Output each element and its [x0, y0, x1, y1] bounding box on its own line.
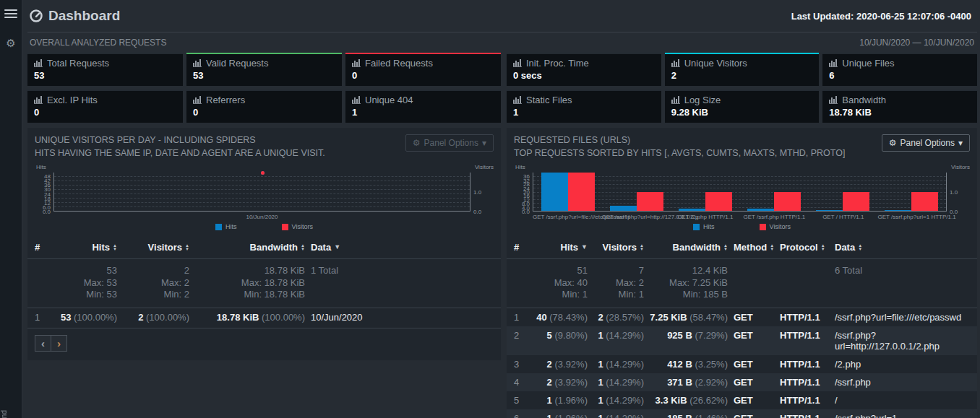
sort-desc-icon: ▼: [334, 244, 340, 251]
pagination-prev-button[interactable]: ‹: [35, 335, 51, 352]
column-header-hits[interactable]: Hits▲▼: [56, 242, 117, 253]
cell-percent: (58.47%): [689, 312, 728, 323]
dashboard-gauge-icon: [29, 9, 43, 23]
stat-tile-label-text: Failed Requests: [365, 58, 433, 69]
panel-subtitle-text: TOP REQUESTS SORTED BY HITS [, AVGTS, CU…: [514, 147, 845, 160]
left-rail: ⚙: [0, 0, 22, 418]
summary-line: Max: 53: [56, 277, 117, 289]
sort-both-icon: ▲▼: [821, 244, 825, 251]
column-header-bandwidth[interactable]: Bandwidth▲▼: [650, 242, 728, 253]
value-cell: 2 (3.92%): [536, 377, 588, 388]
value-cell: 2 (3.92%): [536, 359, 588, 370]
value-cell: 53 (100.00%): [56, 312, 117, 323]
legend-swatch: [282, 224, 288, 230]
column-header-bandwidth[interactable]: Bandwidth▲▼: [195, 242, 305, 253]
method-cell: GET: [734, 330, 774, 341]
protocol-cell: HTTP/1.1: [780, 395, 829, 406]
panel-options-button[interactable]: ⚙ Panel Options ▾: [405, 134, 494, 152]
table-row[interactable]: 42 (3.92%)1 (14.29%)371 B (2.92%)GETHTTP…: [507, 373, 977, 391]
column-header-label: Bandwidth: [673, 242, 721, 253]
panel-subtitle-text: HITS HAVING THE SAME IP, DATE AND AGENT …: [35, 147, 325, 160]
stat-tile-label-text: Referrers: [206, 95, 245, 105]
stat-tile-value: 0: [193, 107, 335, 118]
table-row[interactable]: 25 (9.80%)1 (14.29%)925 B (7.29%)GETHTTP…: [507, 326, 977, 355]
sort-desc-icon: ▼: [581, 244, 588, 251]
table-row[interactable]: 61 (1.96%)1 (14.29%)185 B (1.46%)GETHTTP…: [507, 409, 977, 418]
stat-tile-value: 2: [671, 70, 813, 81]
cell-value: 1: [598, 377, 603, 388]
summary-line: 53: [56, 265, 117, 277]
column-header-visitors[interactable]: Visitors▲▼: [593, 242, 644, 253]
stat-tile: Log Size9.28 KiB: [665, 90, 820, 123]
bar-chart-icon: [193, 96, 202, 104]
x-axis-tick-label: GET /ssrf.php?url=file:///etc/passwd H: [533, 214, 602, 222]
cell-percent: (78.43%): [549, 312, 588, 323]
table-summary-row: 51Max: 40Min: 17Max: 2Min: 112.4 KiBMax:…: [507, 259, 977, 308]
column-header-method[interactable]: Method▲▼: [734, 242, 774, 253]
cell-percent: (100.00%): [262, 312, 305, 323]
sort-both-icon: ▲▼: [301, 244, 305, 251]
method-cell: GET: [734, 413, 774, 418]
cell-value: 2: [138, 312, 143, 323]
value-cell: 18.78 KiB (100.00%): [195, 312, 305, 323]
table-row[interactable]: 153 (100.00%)2 (100.00%)18.78 KiB (100.0…: [27, 308, 501, 326]
column-header-label: Hits: [561, 242, 579, 253]
bar-chart-icon: [193, 59, 202, 67]
cell-percent: (1.46%): [695, 413, 728, 418]
sort-both-icon: ▲▼: [113, 244, 117, 251]
gridline: [54, 189, 470, 190]
cell-value: 2: [598, 312, 603, 323]
stat-tile-label: Static Files: [513, 95, 655, 105]
summary-line: 2: [123, 265, 189, 277]
protocol-cell: HTTP/1.1: [780, 330, 829, 341]
panel-options-button[interactable]: ⚙ Panel Options ▾: [882, 134, 970, 152]
column-header-visitors[interactable]: Visitors▲▼: [123, 242, 189, 253]
pagination-next-button[interactable]: ›: [51, 335, 67, 352]
column-header-hits[interactable]: Hits▼: [536, 242, 588, 253]
stat-tile-value: 0: [352, 70, 494, 81]
row-index: 1: [514, 312, 530, 323]
table-row[interactable]: 140 (78.43%)2 (28.57%)7.25 KiB (58.47%)G…: [507, 308, 977, 326]
column-header-num: #: [35, 242, 51, 253]
column-header-data[interactable]: Data▲▼: [835, 242, 970, 253]
column-header-protocol[interactable]: Protocol▲▼: [780, 242, 829, 253]
stat-tile: Unique Visitors2: [665, 53, 820, 86]
stat-tile-value: 9.28 KiB: [671, 107, 813, 118]
table-row[interactable]: 51 (1.96%)1 (14.29%)3.3 KiB (26.62%)GETH…: [507, 391, 977, 409]
stat-tile-value: 6: [829, 70, 971, 81]
legend-swatch: [760, 224, 766, 230]
summary-total: 6 Total: [835, 265, 970, 277]
cell-value: 40: [536, 312, 546, 323]
chart-plot: [533, 173, 947, 212]
cell-percent: (3.25%): [695, 359, 728, 370]
legend-label: Hits: [225, 223, 237, 230]
summary-line: 18.78 KiB: [195, 265, 305, 277]
stat-tile-label-text: Unique 404: [365, 95, 413, 105]
bar-chart-icon: [352, 59, 361, 67]
summary-line: 51: [536, 265, 588, 277]
stat-tile-label: Init. Proc. Time: [513, 58, 655, 69]
summary-line: Max: 2: [123, 277, 189, 289]
cell-value: 1: [598, 395, 603, 406]
cell-percent: (1.96%): [554, 395, 588, 406]
value-cell: 7.25 KiB (58.47%): [650, 312, 728, 323]
stat-tile-label: Excl. IP Hits: [34, 95, 176, 105]
stat-tile-label-text: Total Requests: [47, 58, 109, 69]
left-axis-title: Hits: [515, 164, 525, 170]
caret-down-icon: ▾: [482, 138, 486, 148]
sort-both-icon: ▲▼: [770, 244, 774, 251]
column-header-num: #: [514, 242, 530, 253]
settings-gear-icon[interactable]: ⚙: [0, 37, 22, 50]
bar-chart-icon: [513, 59, 522, 67]
stat-tile-label-text: Static Files: [526, 95, 572, 105]
hits-bar: [679, 209, 705, 211]
hamburger-menu-icon[interactable]: [4, 9, 17, 18]
stat-tile-label: Log Size: [671, 95, 813, 105]
sort-both-icon: ▲▼: [858, 244, 862, 251]
cell-percent: (3.92%): [554, 359, 588, 370]
sort-both-icon: ▲▼: [723, 244, 728, 251]
column-header-data[interactable]: Data▼: [311, 242, 494, 253]
last-updated: Last Updated: 2020-06-25 12:07:06 -0400: [791, 11, 971, 22]
table-row[interactable]: 32 (3.92%)1 (14.29%)412 B (3.25%)GETHTTP…: [507, 355, 977, 373]
protocol-cell: HTTP/1.1: [780, 312, 829, 323]
